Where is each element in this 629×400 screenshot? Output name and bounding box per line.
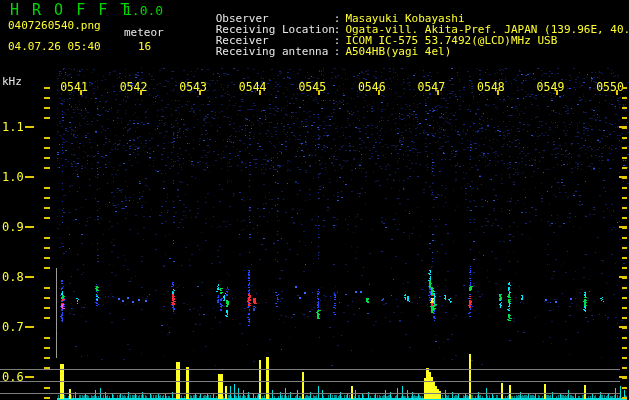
right-freq-minor-tick	[622, 327, 627, 329]
right-freq-minor-tick	[622, 397, 627, 399]
freq-minor-tick	[44, 357, 50, 359]
right-freq-minor-tick	[622, 137, 627, 139]
freq-minor-tick	[44, 107, 50, 109]
time-tick-label: 0544	[239, 80, 267, 94]
freq-minor-tick	[44, 187, 50, 189]
time-tick-label: 0543	[179, 80, 207, 94]
time-tick-label: 0548	[477, 80, 505, 94]
right-freq-minor-tick	[622, 287, 627, 289]
right-freq-minor-tick	[622, 387, 627, 389]
right-freq-minor-tick	[622, 317, 627, 319]
strip-gridline	[0, 381, 620, 382]
time-tick-label: 0549	[537, 80, 565, 94]
freq-minor-tick	[44, 257, 50, 259]
freq-major-tick	[25, 376, 34, 378]
time-tick	[556, 90, 558, 95]
freq-tick-label: 1.0	[2, 170, 24, 184]
time-tick-label: 0550	[596, 80, 624, 94]
right-freq-minor-tick	[622, 257, 627, 259]
freq-minor-tick	[44, 307, 50, 309]
time-tick-label: 0547	[418, 80, 446, 94]
right-freq-minor-tick	[622, 207, 627, 209]
freq-major-tick	[25, 276, 34, 278]
freq-major-tick	[25, 176, 34, 178]
time-tick	[616, 90, 618, 95]
freq-minor-tick	[44, 347, 50, 349]
right-freq-minor-tick	[622, 217, 627, 219]
right-freq-minor-tick	[622, 147, 627, 149]
freq-minor-tick	[44, 117, 50, 119]
freq-minor-tick	[44, 207, 50, 209]
time-tick	[199, 90, 201, 95]
right-freq-minor-tick	[622, 177, 627, 179]
right-freq-minor-tick	[622, 277, 627, 279]
right-freq-minor-tick	[622, 297, 627, 299]
strip-gridline	[0, 369, 620, 370]
freq-major-tick	[25, 126, 34, 128]
right-freq-minor-tick	[622, 127, 627, 129]
right-freq-minor-tick	[622, 337, 627, 339]
strip-gridline	[0, 393, 620, 394]
freq-major-tick	[25, 326, 34, 328]
time-tick	[80, 90, 82, 95]
freq-minor-tick	[44, 287, 50, 289]
time-tick	[140, 90, 142, 95]
time-tick	[259, 90, 261, 95]
freq-minor-tick	[44, 217, 50, 219]
right-freq-minor-tick	[622, 87, 627, 89]
freq-minor-tick	[44, 387, 50, 389]
freq-minor-tick	[44, 267, 50, 269]
right-freq-minor-tick	[622, 197, 627, 199]
hrofft-display: H R O F F T 1.0.0 0407260540.png meteor …	[0, 0, 629, 400]
freq-minor-tick	[44, 167, 50, 169]
freq-unit-label: kHz	[2, 75, 22, 88]
time-tick	[437, 90, 439, 95]
right-freq-minor-tick	[622, 107, 627, 109]
right-freq-minor-tick	[622, 117, 627, 119]
right-freq-minor-tick	[622, 267, 627, 269]
right-freq-minor-tick	[622, 187, 627, 189]
freq-tick-label: 0.9	[2, 220, 24, 234]
freq-minor-tick	[44, 97, 50, 99]
freq-minor-tick	[44, 237, 50, 239]
right-freq-minor-tick	[622, 367, 627, 369]
time-tick-label: 0546	[358, 80, 386, 94]
freq-tick-label: 0.8	[2, 270, 24, 284]
time-tick	[378, 90, 380, 95]
freq-minor-tick	[44, 197, 50, 199]
freq-minor-tick	[44, 317, 50, 319]
freq-tick-label: 0.7	[2, 320, 24, 334]
right-freq-minor-tick	[622, 307, 627, 309]
right-freq-minor-tick	[622, 157, 627, 159]
right-freq-minor-tick	[622, 347, 627, 349]
right-freq-minor-tick	[622, 97, 627, 99]
right-freq-minor-tick	[622, 227, 627, 229]
freq-minor-tick	[44, 147, 50, 149]
freq-minor-tick	[44, 337, 50, 339]
time-tick-label: 0541	[60, 80, 88, 94]
time-tick	[318, 90, 320, 95]
right-freq-minor-tick	[622, 357, 627, 359]
freq-minor-tick	[44, 397, 50, 399]
freq-minor-tick	[44, 137, 50, 139]
freq-minor-tick	[44, 297, 50, 299]
freq-minor-tick	[44, 87, 50, 89]
right-freq-minor-tick	[622, 377, 627, 379]
right-freq-minor-tick	[622, 247, 627, 249]
time-tick	[497, 90, 499, 95]
time-tick-label: 0542	[120, 80, 148, 94]
freq-minor-tick	[44, 247, 50, 249]
band-marker-line	[56, 268, 57, 358]
right-freq-minor-tick	[622, 167, 627, 169]
freq-minor-tick	[44, 157, 50, 159]
axes-layer: kHz 054105420543054405450546054705480549…	[0, 0, 629, 400]
right-freq-minor-tick	[622, 237, 627, 239]
freq-major-tick	[25, 226, 34, 228]
time-tick-label: 0545	[298, 80, 326, 94]
freq-tick-label: 1.1	[2, 120, 24, 134]
